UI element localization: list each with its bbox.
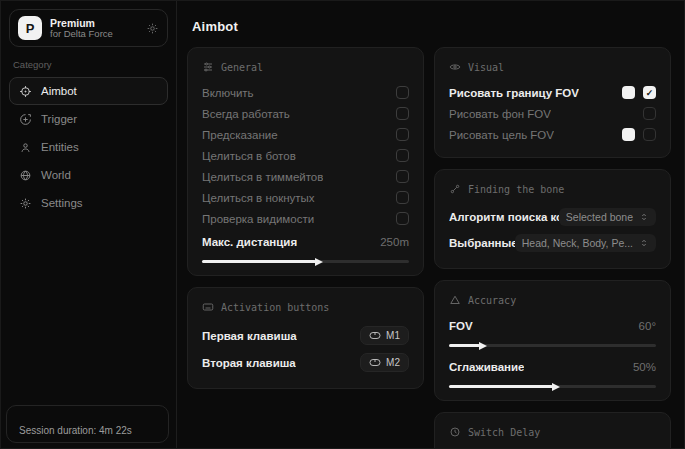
checkbox[interactable] xyxy=(396,128,409,141)
bone-algorithm-dropdown[interactable]: Selected bone xyxy=(559,208,656,226)
checkbox[interactable] xyxy=(396,170,409,183)
panel-activation-buttons: Activation buttons Первая клавиша M1 xyxy=(187,287,424,389)
sidebar-item-label: World xyxy=(41,169,71,181)
slider-value: 250m xyxy=(380,236,409,248)
toggle-row: Предсказание xyxy=(202,124,409,145)
crosshair-icon xyxy=(19,85,32,98)
brand-logo: P xyxy=(18,16,42,40)
visual-label: Рисовать фон FOV xyxy=(449,108,551,120)
toggle-row: Целиться в ботов xyxy=(202,145,409,166)
sidebar-item-trigger[interactable]: Trigger xyxy=(9,105,168,133)
bone-icon xyxy=(449,183,461,195)
sidebar-item-settings[interactable]: Settings xyxy=(9,189,168,217)
main-content: Aimbot General Включить xyxy=(177,1,684,448)
fov-slider[interactable] xyxy=(449,344,656,347)
keybind-label: Вторая клавиша xyxy=(202,357,296,369)
slider-value: 60° xyxy=(639,320,656,332)
keyboard-icon xyxy=(202,301,214,313)
sidebar-item-aimbot[interactable]: Aimbot xyxy=(9,77,168,105)
smoothing-slider[interactable] xyxy=(449,385,656,388)
max-distance-slider[interactable] xyxy=(202,260,409,263)
toggle-row: Целиться в нокнутых xyxy=(202,187,409,208)
right-column: Visual Рисовать границу FOV Рисовать фон… xyxy=(434,47,671,449)
slider-label: Макс. дистанция xyxy=(202,236,297,248)
toggle-label: Целиться в тиммейтов xyxy=(202,171,323,183)
trigger-icon xyxy=(19,113,32,126)
max-distance-slider-group: Макс. дистанция 250m xyxy=(202,231,409,263)
panel-general: General Включить Всегда работать Предска… xyxy=(187,47,424,276)
keybind-row: Вторая клавиша M2 xyxy=(202,349,409,376)
toggle-label: Проверка видимости xyxy=(202,213,314,225)
panel-title-text: Finding the bone xyxy=(468,184,564,195)
panel-visual: Visual Рисовать границу FOV Рисовать фон… xyxy=(434,47,671,158)
checkbox[interactable] xyxy=(643,128,656,141)
app-window: P Premium for Delta Force Category Aimbo… xyxy=(0,0,685,449)
bone-row: Выбранные кос Head, Neck, Body, Pe... xyxy=(449,230,656,256)
visual-row: Рисовать цель FOV xyxy=(449,124,656,145)
toggle-label: Включить xyxy=(202,87,254,99)
slider-thumb[interactable] xyxy=(479,342,487,350)
panel-title-text: Switch Delay xyxy=(468,427,540,438)
brand-title: Premium xyxy=(50,17,113,29)
slider-thumb[interactable] xyxy=(315,258,323,266)
sidebar-item-label: Aimbot xyxy=(41,85,77,97)
slider-label: Сглаживание xyxy=(449,361,524,373)
toggle-row: Целиться в тиммейтов xyxy=(202,166,409,187)
panel-title-text: Visual xyxy=(468,62,504,73)
toggle-row: Проверка видимости xyxy=(202,208,409,229)
gear-icon[interactable] xyxy=(146,22,159,35)
keybind-button-m2[interactable]: M2 xyxy=(360,353,409,372)
checkbox[interactable] xyxy=(396,212,409,225)
color-swatch[interactable] xyxy=(622,128,635,141)
toggle-row: Включить xyxy=(202,82,409,103)
sidebar-item-world[interactable]: World xyxy=(9,161,168,189)
keybind-label: Первая клавиша xyxy=(202,330,297,342)
checkbox[interactable] xyxy=(396,191,409,204)
fov-slider-group: FOV 60° xyxy=(449,315,656,347)
panel-switch-delay: Switch Delay Задержка переключения Задер… xyxy=(434,412,671,449)
slider-thumb[interactable] xyxy=(552,383,560,391)
keybind-button-m1[interactable]: M1 xyxy=(360,326,409,345)
checkbox[interactable] xyxy=(643,86,656,99)
clock-icon xyxy=(449,426,461,438)
sidebar-item-label: Trigger xyxy=(41,113,77,125)
checkbox[interactable] xyxy=(643,107,656,120)
panel-finding-the-bone: Finding the bone Алгоритм поиска кост Se… xyxy=(434,169,671,269)
selected-bones-dropdown[interactable]: Head, Neck, Body, Pe... xyxy=(515,234,656,252)
sliders-icon xyxy=(202,61,214,73)
toggle-row: Всегда работать xyxy=(202,103,409,124)
person-icon xyxy=(19,141,32,154)
visual-label: Рисовать цель FOV xyxy=(449,129,554,141)
checkbox[interactable] xyxy=(396,86,409,99)
dropdown-value: Head, Neck, Body, Pe... xyxy=(522,237,633,249)
gear-icon xyxy=(19,197,32,210)
chevrons-up-down-icon xyxy=(639,212,649,222)
mouse-icon xyxy=(369,358,381,367)
slider-label: FOV xyxy=(449,320,473,332)
keybind-key: M1 xyxy=(386,330,400,341)
panel-title-text: Accuracy xyxy=(468,295,516,306)
panel-accuracy: Accuracy FOV 60° xyxy=(434,280,671,401)
visual-row: Рисовать фон FOV xyxy=(449,103,656,124)
sidebar-item-label: Settings xyxy=(41,197,83,209)
color-swatch[interactable] xyxy=(622,86,635,99)
panel-title-text: General xyxy=(221,62,263,73)
visual-row: Рисовать границу FOV xyxy=(449,82,656,103)
session-duration-text: Session duration: 4m 22s xyxy=(19,425,132,436)
keybind-row: Первая клавиша M1 xyxy=(202,322,409,349)
bone-label: Выбранные кос xyxy=(449,237,515,249)
slider-value: 50% xyxy=(633,361,656,373)
triangle-icon xyxy=(449,294,461,306)
brand-card: P Premium for Delta Force xyxy=(9,9,168,47)
checkbox[interactable] xyxy=(396,149,409,162)
bone-row: Алгоритм поиска кост Selected bone xyxy=(449,204,656,230)
sidebar: P Premium for Delta Force Category Aimbo… xyxy=(1,1,177,448)
visual-label: Рисовать границу FOV xyxy=(449,87,579,99)
eye-icon xyxy=(449,61,461,73)
page-title: Aimbot xyxy=(192,19,671,34)
dropdown-value: Selected bone xyxy=(566,211,633,223)
sidebar-item-entities[interactable]: Entities xyxy=(9,133,168,161)
checkbox[interactable] xyxy=(396,107,409,120)
smoothing-slider-group: Сглаживание 50% xyxy=(449,356,656,388)
bone-label: Алгоритм поиска кост xyxy=(449,211,559,223)
